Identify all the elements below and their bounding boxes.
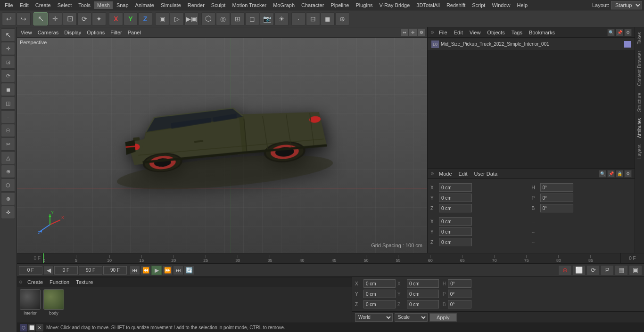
viewport-menu-cameras[interactable]: Cameras <box>36 29 61 36</box>
menu-help[interactable]: Help <box>514 1 531 9</box>
object-row[interactable]: L0 Mid_Size_Pickup_Truck_2022_Simple_Int… <box>428 38 635 51</box>
tab-attributes[interactable]: Attributes <box>636 115 643 141</box>
rp-search-icon[interactable]: 🔍 <box>607 29 615 36</box>
mat-menu-function[interactable]: Function <box>48 278 71 286</box>
autokey-button[interactable]: ⬜ <box>572 265 586 275</box>
render-button[interactable]: ▷ <box>170 12 184 25</box>
sidebar-edge-btn[interactable]: ◫ <box>1 97 15 110</box>
material-item-body[interactable]: body <box>43 289 64 321</box>
coord-y-size[interactable] <box>407 290 439 298</box>
coord-z-pos[interactable] <box>363 300 396 308</box>
rp-settings-icon[interactable]: ⚙ <box>624 29 632 36</box>
sidebar-polygon-btn[interactable]: ◼ <box>1 83 15 96</box>
motion-clip-button[interactable]: P <box>601 265 614 275</box>
record-button[interactable]: ⊕ <box>558 265 571 275</box>
render-active-button[interactable]: ▣ <box>629 265 642 275</box>
mat-menu-create[interactable]: Create <box>25 278 45 286</box>
sidebar-paint-btn[interactable]: ☉ <box>1 124 15 137</box>
attr-settings-icon[interactable]: ⚙ <box>624 170 632 178</box>
menu-edit[interactable]: Edit <box>17 1 32 9</box>
viewport-ctrl-move[interactable]: ✛ <box>409 29 417 36</box>
viewport-menu-view[interactable]: View <box>19 29 34 36</box>
sidebar-rotate-btn[interactable]: ⟳ <box>1 69 15 82</box>
edge-mode-button[interactable]: ⊟ <box>306 12 320 25</box>
prev-frame-btn[interactable]: ◀ <box>43 266 54 275</box>
play-button[interactable]: ▶ <box>151 266 162 275</box>
viewport-menu-filter[interactable]: Filter <box>108 29 124 36</box>
rp-pin-icon[interactable]: 📌 <box>616 29 623 36</box>
render-to-po-button[interactable]: ▶▣ <box>184 12 198 25</box>
viewport[interactable]: View Cameras Display Options Filter Pane… <box>17 27 427 253</box>
sidebar-select-btn[interactable]: ↖ <box>1 28 15 41</box>
frame-end-input2[interactable] <box>103 266 127 275</box>
cube-tool-button[interactable]: ⬡ <box>201 12 215 25</box>
rp-menu-edit[interactable]: Edit <box>452 29 465 36</box>
attr-lock-icon[interactable]: 🔒 <box>616 170 623 178</box>
menu-sculpt[interactable]: Sculpt <box>208 1 229 9</box>
frame-start-input[interactable] <box>19 266 42 275</box>
object-mode-button[interactable]: ⊕ <box>335 12 349 25</box>
sidebar-magnet-btn[interactable]: ✜ <box>1 206 15 219</box>
tab-content-browser[interactable]: Content Browser <box>636 48 643 89</box>
attr-h-input[interactable] <box>540 183 573 192</box>
sidebar-point-btn[interactable]: · <box>1 110 15 123</box>
keying-button[interactable]: ⟳ <box>586 265 600 275</box>
coord-x-pos[interactable] <box>363 279 396 288</box>
cylinder-tool-button[interactable]: ⊞ <box>231 12 245 25</box>
coord-h-val[interactable] <box>448 279 471 288</box>
apply-button[interactable]: Apply <box>429 313 457 322</box>
attr-sy-input[interactable] <box>439 227 472 236</box>
grid-button[interactable]: ▦ <box>615 265 628 275</box>
coord-p-val[interactable] <box>448 290 471 298</box>
render-region-button[interactable]: ▣ <box>155 12 169 25</box>
attr-menu-mode[interactable]: Mode <box>437 170 454 178</box>
menu-window[interactable]: Window <box>489 1 513 9</box>
sidebar-extrude-btn[interactable]: △ <box>1 151 15 164</box>
polygon-mode-button[interactable]: ◼ <box>321 12 335 25</box>
light-tool-button[interactable]: ☀ <box>274 12 289 25</box>
menu-mesh[interactable]: Mesh <box>94 1 113 9</box>
attr-sx-input[interactable] <box>439 217 472 226</box>
rp-menu-file[interactable]: File <box>437 29 449 36</box>
next-key-button[interactable]: ⏩ <box>162 266 173 275</box>
material-item-interior[interactable]: interior <box>20 289 41 321</box>
redo-button[interactable]: ↪ <box>17 12 31 25</box>
sidebar-scale-btn[interactable]: ⊡ <box>1 56 15 69</box>
select-tool-button[interactable]: ↖ <box>33 12 48 25</box>
status-close-icon[interactable]: ✕ <box>36 324 43 332</box>
coord-z-size[interactable] <box>407 300 439 308</box>
loop-button[interactable]: 🔄 <box>184 266 194 275</box>
go-start-button[interactable]: ⏮ <box>130 266 140 275</box>
sidebar-bevel-btn[interactable]: ⊕ <box>1 165 15 178</box>
coord-y-pos[interactable] <box>363 290 396 298</box>
attr-b-input[interactable] <box>540 204 573 212</box>
menu-simulate[interactable]: Simulate <box>158 1 184 9</box>
viewport-canvas[interactable]: X Y Z Grid Spacing : 100 cm Perspective <box>17 38 427 253</box>
rp-menu-objects[interactable]: Objects <box>485 29 506 36</box>
sidebar-move-btn[interactable]: ✛ <box>1 42 15 55</box>
coord-x-size[interactable] <box>407 279 439 288</box>
x-axis-button[interactable]: X <box>109 12 123 25</box>
menu-pipeline[interactable]: Pipeline <box>328 1 352 9</box>
y-axis-button[interactable]: Y <box>124 12 138 25</box>
attr-x-pos-input[interactable] <box>439 183 472 192</box>
status-view-icon[interactable]: ⬜ <box>28 324 35 332</box>
go-end-button[interactable]: ⏭ <box>173 266 183 275</box>
viewport-ctrl-arrows[interactable]: ⇔ <box>401 29 408 36</box>
menu-script[interactable]: Script <box>469 1 488 9</box>
rotate-tool-button[interactable]: ⟳ <box>77 12 91 25</box>
rp-menu-bookmarks[interactable]: Bookmarks <box>527 29 557 36</box>
menu-select[interactable]: Select <box>55 1 75 9</box>
scale-tool-button[interactable]: ⊡ <box>63 12 77 25</box>
menu-snap[interactable]: Snap <box>114 1 132 9</box>
move-tool-button[interactable]: ✛ <box>48 12 62 25</box>
object-color-swatch[interactable] <box>624 41 631 48</box>
attr-menu-userdata[interactable]: User Data <box>472 170 500 178</box>
viewport-ctrl-settings[interactable]: ⚙ <box>418 29 425 36</box>
transform-tool-button[interactable]: ✦ <box>92 12 106 25</box>
attr-search-icon[interactable]: 🔍 <box>599 170 606 178</box>
coord-b-val[interactable] <box>448 300 471 308</box>
viewport-menu-options[interactable]: Options <box>85 29 107 36</box>
viewport-menu-display[interactable]: Display <box>62 29 83 36</box>
undo-button[interactable]: ↩ <box>2 12 16 25</box>
